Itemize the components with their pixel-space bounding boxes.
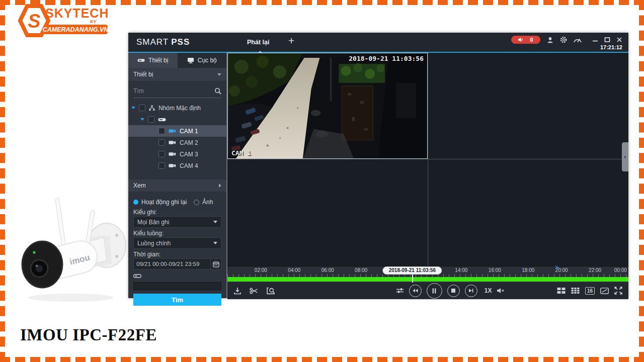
mute-speaker-icon[interactable]	[497, 288, 505, 294]
tree-row-device[interactable]	[128, 114, 226, 125]
app-logo: SMARTPSS	[136, 37, 190, 47]
video-pane-4[interactable]	[428, 159, 628, 265]
svg-text:KY: KY	[90, 19, 97, 24]
rewind-button[interactable]	[409, 285, 422, 297]
tab-playback[interactable]: Phát lại	[243, 33, 273, 52]
camera-icon	[169, 129, 176, 133]
camera-icon	[169, 163, 176, 168]
device-tree-header[interactable]: Thiết bị	[128, 68, 226, 81]
time-range-input[interactable]: 09/21 00:00-09/21 23:59	[133, 258, 221, 269]
video-pane-1[interactable]: 2018-09-21 11:03:56 CAM 1	[227, 53, 428, 159]
alarm-indicator[interactable]: 0	[511, 36, 540, 44]
cam3-label: CAM 3	[180, 151, 198, 158]
device-checkbox[interactable]	[148, 116, 154, 123]
tree-row-cam2[interactable]: CAM 2	[128, 137, 226, 148]
timeline-record-track[interactable]	[227, 277, 628, 282]
chevron-down-icon	[217, 73, 221, 76]
search-button[interactable]: Tìm	[133, 294, 221, 306]
stream-type-select[interactable]: Luồng chính	[133, 237, 221, 249]
chevron-right-icon	[219, 184, 221, 188]
cctv-footage	[227, 53, 428, 159]
minimize-button[interactable]	[592, 37, 598, 43]
add-tab-button[interactable]: +	[288, 35, 294, 47]
next-frame-button[interactable]	[465, 285, 477, 297]
timeline-tick-label: 02:00	[255, 267, 267, 273]
split-9-icon[interactable]	[571, 288, 580, 294]
record-radio[interactable]	[133, 200, 138, 205]
video-pane-3[interactable]	[227, 159, 428, 265]
cam4-checkbox[interactable]	[158, 162, 165, 169]
timeline-tick-label: 22:00	[589, 267, 601, 273]
video-grid: 2018-09-21 11:03:56 CAM 1	[227, 53, 628, 266]
stop-button[interactable]	[447, 285, 460, 297]
dashboard-icon[interactable]	[574, 37, 582, 43]
pause-button[interactable]	[427, 283, 442, 299]
app-name-smart: SMART	[136, 37, 169, 47]
gear-icon[interactable]	[560, 36, 567, 43]
group-checkbox[interactable]	[139, 105, 145, 111]
maximize-button[interactable]	[604, 37, 610, 43]
sidebar-tab-device-label: Thiết bị	[148, 57, 168, 64]
split-16-button[interactable]: 16	[585, 287, 595, 295]
stream-type-value: Luồng chính	[137, 240, 171, 247]
view-section-label: Xem	[133, 182, 146, 189]
tree-row-cam1[interactable]: CAM 1	[128, 125, 226, 137]
timeline-tick-label: 00:00	[614, 267, 627, 273]
playback-settings-icon[interactable]	[396, 288, 404, 294]
timeline-tick-label: 06:00	[321, 267, 334, 273]
device-tree-header-label: Thiết bị	[133, 71, 153, 78]
custom-split-icon[interactable]	[600, 288, 609, 294]
video-osd-timestamp: 2018-09-21 11:03:56	[349, 55, 424, 62]
tab-playback-label: Phát lại	[247, 39, 269, 46]
monitor-icon	[187, 57, 194, 63]
expand-caret-icon[interactable]	[131, 107, 135, 109]
time-label: Thời gian:	[133, 250, 221, 258]
device-result-field[interactable]	[133, 282, 221, 290]
record-type-select[interactable]: Mọi Bản ghi	[133, 216, 221, 228]
fullscreen-icon[interactable]	[614, 287, 622, 295]
timeline-playhead-bubble[interactable]: 2018-09-21 11:03:56	[383, 266, 442, 275]
timeline-tick-label: 16:00	[489, 267, 501, 273]
clip-scissors-icon[interactable]	[250, 288, 258, 294]
close-button[interactable]	[616, 37, 622, 43]
camera-icon	[169, 152, 176, 156]
clock: 17:21:12	[600, 44, 622, 50]
record-type-label: Kiểu ghi:	[133, 208, 221, 216]
chevron-down-icon	[213, 221, 217, 223]
nvr-icon	[133, 274, 141, 279]
promo-canvas: S SKYTECH KY CAMERADANANG.VN imou	[0, 0, 644, 362]
calendar-icon[interactable]	[210, 259, 221, 269]
cam3-checkbox[interactable]	[158, 151, 165, 157]
expand-caret-icon[interactable]	[140, 118, 144, 121]
video-pane-2[interactable]	[428, 53, 628, 159]
view-section-bar[interactable]: Xem	[128, 179, 226, 192]
camera-icon	[169, 140, 176, 145]
record-radio-label: Hoạt động ghi lại	[141, 199, 187, 206]
tree-row-cam3[interactable]: CAM 3	[128, 148, 226, 160]
tree-row-cam4[interactable]: CAM 4	[128, 160, 226, 171]
search-icon[interactable]	[214, 87, 221, 95]
camera-led	[33, 251, 35, 253]
mouse-cursor-icon	[554, 265, 560, 272]
device-tree: Nhóm Mặc định CAM 1	[128, 99, 226, 171]
stream-type-label: Kiểu luồng:	[133, 229, 221, 237]
playback-toolbar: 1X 16	[227, 283, 628, 299]
panel-collapse-handle[interactable]: ‹	[622, 142, 628, 171]
split-4-icon[interactable]	[557, 288, 566, 294]
app-name-pss: PSS	[171, 37, 190, 47]
sidebar-tab-local[interactable]: Cục bộ	[178, 53, 227, 68]
group-label: Nhóm Mặc định	[158, 105, 201, 112]
picture-radio[interactable]	[194, 200, 199, 205]
playback-timeline[interactable]: 02:00 04:00 06:00 08:00 10:00 12:00 14:0…	[227, 266, 628, 283]
smart-search-icon[interactable]	[266, 287, 275, 295]
user-icon[interactable]	[547, 37, 553, 43]
chevron-down-icon	[213, 242, 217, 244]
cam1-checkbox[interactable]	[158, 128, 165, 134]
sidebar-tab-device[interactable]: Thiết bị	[128, 53, 178, 68]
download-icon[interactable]	[233, 287, 242, 295]
device-search-input[interactable]: Tìm	[133, 84, 221, 98]
tree-row-group[interactable]: Nhóm Mặc định	[128, 102, 226, 114]
cam2-checkbox[interactable]	[158, 139, 165, 146]
camera-product-image: imou	[13, 191, 128, 305]
playback-speed[interactable]: 1X	[485, 287, 492, 294]
